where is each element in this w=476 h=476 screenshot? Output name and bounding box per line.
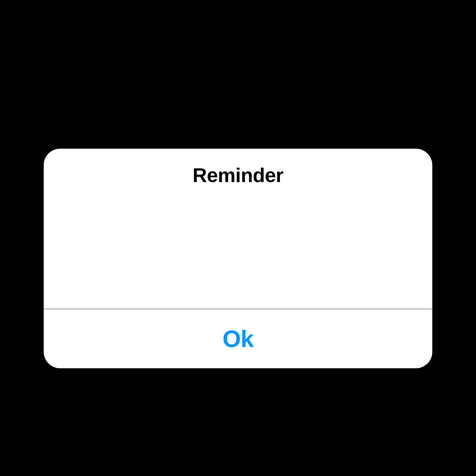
ok-button[interactable]: Ok [44,309,432,368]
alert-title: Reminder [44,164,432,187]
alert-dialog: Reminder Ok [44,149,432,368]
alert-body: Reminder [44,149,432,309]
